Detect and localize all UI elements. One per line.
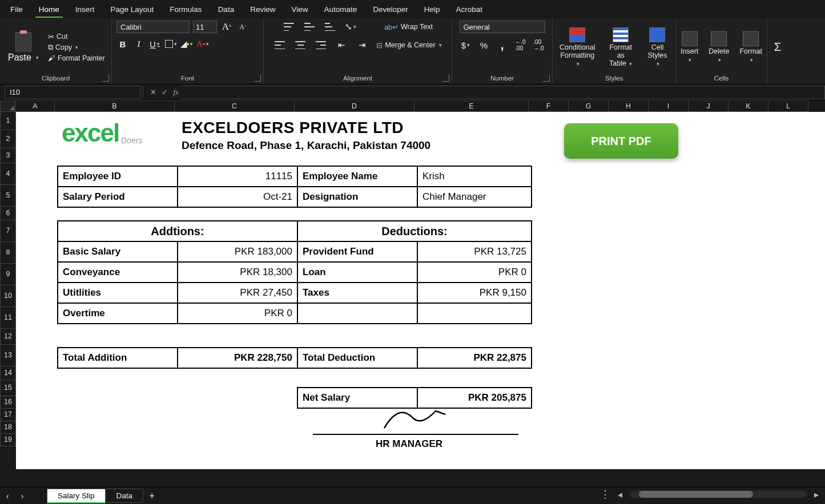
paste-button[interactable]: Paste▾ [5,30,42,65]
increase-decimal-button[interactable]: ←.0.00 [514,39,527,51]
increase-indent-button[interactable]: ⇥ [356,39,368,51]
conditional-formatting-button[interactable]: ConditionalFormatting ▾ [557,27,598,67]
dialog-launcher-icon[interactable] [102,75,109,82]
name-box[interactable] [5,86,140,99]
column-header-H[interactable]: H [609,100,649,112]
column-header-A[interactable]: A [16,100,55,112]
increase-font-button[interactable]: A^ [220,21,233,33]
copy-button[interactable]: ⧉Copy▾ [48,43,105,52]
row-header-10[interactable]: 10 [0,285,16,307]
row-header-17[interactable]: 17 [0,409,16,421]
percent-button[interactable]: % [478,39,490,51]
row-header-8[interactable]: 8 [0,242,16,264]
menu-item-home[interactable]: Home [31,2,67,17]
column-header-L[interactable]: L [768,100,808,112]
row-header-11[interactable]: 11 [0,307,16,329]
align-middle-button[interactable] [303,21,316,33]
decrease-decimal-button[interactable]: .00→.0 [533,39,545,51]
tab-nav-prev-button[interactable]: ‹ [0,491,15,501]
formula-input[interactable] [182,86,825,99]
column-header-B[interactable]: B [55,100,175,112]
print-pdf-button[interactable]: PRINT PDF [564,123,678,159]
scroll-right-button[interactable]: ▸ [812,490,820,498]
row-header-3[interactable]: 3 [0,148,16,163]
menu-item-view[interactable]: View [283,2,316,17]
row-header-9[interactable]: 9 [0,264,16,285]
sheet-tab-salary-slip[interactable]: Salary Slip [47,489,106,503]
fx-button[interactable]: fx [170,88,182,97]
wrap-text-button[interactable]: ab↵Wrap Text [384,23,433,31]
borders-button[interactable]: ▾ [164,38,177,50]
column-header-J[interactable]: J [689,100,729,112]
scroll-left-button[interactable]: ◂ [616,490,624,498]
row-header-4[interactable]: 4 [0,163,16,185]
row-header-1[interactable]: 1 [0,112,16,130]
row-header-2[interactable]: 2 [0,130,16,148]
menu-item-file[interactable]: File [2,2,31,17]
format-cells-button[interactable]: Format▾ [737,31,764,63]
scroll-track[interactable] [630,490,807,498]
align-left-button[interactable] [273,39,286,51]
row-header-6[interactable]: 6 [0,207,16,220]
cancel-formula-button[interactable]: ✕ [147,88,159,96]
menu-item-acrobat[interactable]: Acrobat [448,2,491,17]
font-color-button[interactable]: A▾ [196,38,209,50]
worksheet-grid[interactable]: excel Doers EXCELDOERS PRIVATE LTD Defen… [16,112,825,469]
column-header-E[interactable]: E [414,100,529,112]
format-painter-button[interactable]: 🖌Format Painter [48,54,105,62]
comma-button[interactable]: , [496,39,509,51]
sheet-tab-data[interactable]: Data [106,489,144,503]
menu-item-insert[interactable]: Insert [67,2,103,17]
row-header-12[interactable]: 12 [0,329,16,345]
column-header-C[interactable]: C [175,100,295,112]
dialog-launcher-icon[interactable] [442,75,449,82]
scroll-thumb[interactable] [639,491,753,498]
row-header-16[interactable]: 16 [0,396,16,409]
number-format-select[interactable] [460,21,545,33]
menu-item-automate[interactable]: Automate [316,2,365,17]
row-header-13[interactable]: 13 [0,345,16,366]
orientation-button[interactable]: ⤡▾ [344,21,357,33]
autosum-button[interactable]: Σ [772,41,783,53]
column-header-F[interactable]: F [529,100,569,112]
row-header-14[interactable]: 14 [0,366,16,380]
row-header-19[interactable]: 19 [0,434,16,446]
font-name-select[interactable] [116,21,190,33]
tab-options-button[interactable]: ⋮ [600,488,610,501]
add-sheet-button[interactable]: + [143,491,160,501]
menu-item-developer[interactable]: Developer [365,2,416,17]
menu-item-data[interactable]: Data [210,2,243,17]
row-header-15[interactable]: 15 [0,380,16,396]
font-size-select[interactable] [193,21,217,33]
decrease-indent-button[interactable]: ⇤ [335,39,348,51]
enter-formula-button[interactable]: ✓ [159,88,170,96]
dialog-launcher-icon[interactable] [254,75,261,82]
select-all-button[interactable] [0,100,16,112]
italic-button[interactable]: I [132,38,145,50]
merge-center-button[interactable]: ⊟Merge & Center▾ [376,41,441,50]
bold-button[interactable]: B [116,38,129,50]
column-header-G[interactable]: G [569,100,609,112]
fill-color-button[interactable]: ◢▾ [180,38,193,50]
row-header-18[interactable]: 18 [0,421,16,434]
decrease-font-button[interactable]: Aˇ [236,21,249,33]
underline-button[interactable]: U▾ [148,38,161,50]
menu-item-review[interactable]: Review [242,2,283,17]
cell-styles-button[interactable]: CellStyles ▾ [644,27,671,67]
menu-item-page-layout[interactable]: Page Layout [103,2,162,17]
row-header-7[interactable]: 7 [0,220,16,242]
column-header-D[interactable]: D [295,100,414,112]
row-header-5[interactable]: 5 [0,185,16,207]
menu-item-help[interactable]: Help [416,2,448,17]
align-right-button[interactable] [315,39,327,51]
currency-button[interactable]: $▾ [460,39,472,51]
cut-button[interactable]: ✂Cut [48,33,105,41]
menu-item-formulas[interactable]: Formulas [162,2,210,17]
align-center-button[interactable] [294,39,307,51]
column-header-K[interactable]: K [729,100,768,112]
delete-cells-button[interactable]: Delete▾ [706,31,731,63]
tab-nav-next-button[interactable]: › [15,491,30,501]
align-bottom-button[interactable] [324,21,336,33]
format-as-table-button[interactable]: Format asTable ▾ [605,27,637,67]
insert-cells-button[interactable]: Insert▾ [678,31,701,63]
